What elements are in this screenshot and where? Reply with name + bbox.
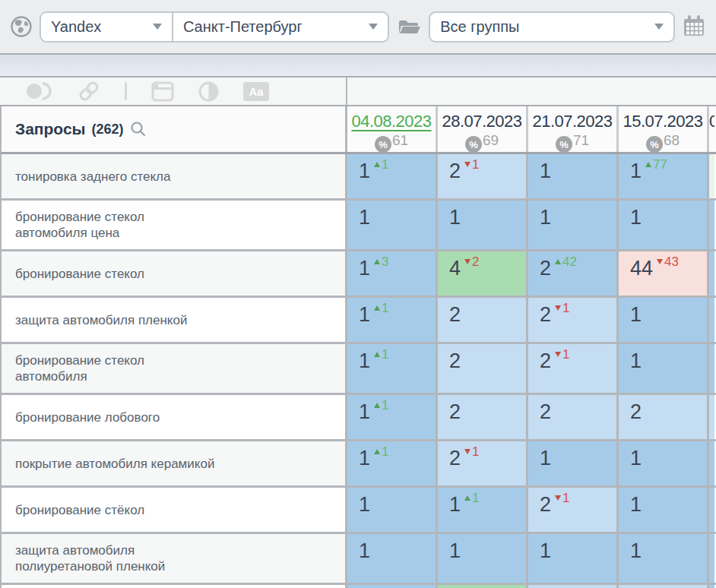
chevron-down-icon	[153, 24, 162, 30]
position-cell[interactable]: 1	[528, 201, 619, 249]
position-cell[interactable]	[438, 585, 528, 588]
window-icon[interactable]	[151, 81, 174, 102]
date-label: 15.07.2023	[623, 112, 702, 131]
position-cell[interactable]	[709, 298, 714, 342]
percent-icon: %	[465, 136, 482, 153]
position-cell[interactable]: 21	[528, 298, 619, 342]
date-column-header[interactable]: 15.07.2023%68	[619, 106, 709, 152]
triangle-down-icon	[657, 259, 663, 264]
keyword-label: бронирование лобового	[15, 409, 160, 425]
position-cell[interactable]: 1	[438, 201, 528, 249]
search-engine-select[interactable]: Yandex	[41, 13, 173, 41]
position-value: 1	[359, 349, 370, 372]
position-cell[interactable]: 1	[438, 534, 528, 583]
change-value: 3	[382, 255, 388, 268]
calendar-icon[interactable]	[683, 13, 705, 40]
position-change: 1	[374, 302, 388, 315]
link-icon[interactable]	[78, 80, 100, 103]
keyword-label: бронирование стекол	[15, 266, 144, 282]
position-cell[interactable]: 2	[438, 344, 528, 393]
position-value: 1	[359, 303, 370, 326]
position-change: 1	[464, 445, 479, 458]
position-cell[interactable]: 21	[528, 488, 619, 532]
visibility-value: 61	[392, 132, 408, 149]
position-cell[interactable]	[709, 534, 714, 583]
keyword-cell[interactable]: тонировка заднего стекла	[2, 154, 347, 198]
position-cell[interactable]	[528, 585, 619, 588]
keyword-cell[interactable]: бронирование стекол	[2, 251, 347, 296]
keyword-cell[interactable]: бронирование стёкол	[2, 488, 347, 532]
position-cell[interactable]: 2	[438, 395, 528, 439]
keyword-cell[interactable]: защита автомобиля пленкой	[2, 298, 347, 342]
region-select[interactable]: Санкт-Петербург	[173, 13, 388, 41]
date-column-header[interactable]: 04.08.2023%61	[347, 106, 438, 152]
position-value: 2	[449, 400, 461, 423]
triangle-up-icon	[374, 259, 380, 264]
position-cell[interactable]: 11	[347, 298, 438, 342]
toolbar-divider	[125, 82, 127, 100]
keyword-cell[interactable]	[2, 585, 347, 588]
date-column-header[interactable]: 21.07.2023%71	[528, 106, 619, 152]
keyword-label: защита автомобиля пленкой	[15, 312, 187, 328]
position-cell[interactable]	[709, 488, 714, 532]
search-icon[interactable]	[130, 121, 147, 138]
position-cell[interactable]	[709, 441, 714, 485]
groups-select[interactable]: Все группы	[429, 11, 675, 43]
position-cell[interactable]: 11	[438, 488, 528, 532]
position-cell[interactable]: 2	[528, 395, 619, 439]
position-cell[interactable]: 1	[528, 441, 619, 485]
position-cell[interactable]: 1	[347, 534, 438, 583]
keyword-cell[interactable]: покрытие автомобиля керамикой	[2, 441, 347, 485]
position-cell[interactable]: 42	[438, 251, 528, 296]
change-value: 2	[472, 255, 479, 268]
position-cell[interactable]: 1	[619, 344, 709, 393]
position-cell[interactable]: 1	[528, 154, 619, 198]
position-cell[interactable]: 11	[347, 344, 438, 393]
date-column-header[interactable]: 28.07.2023%69	[438, 106, 528, 152]
position-cell[interactable]	[709, 251, 714, 296]
position-cell[interactable]: 177	[619, 154, 709, 198]
position-cell[interactable]: 1	[528, 534, 619, 583]
table-row: покрытие автомобиля керамикой112111	[0, 441, 716, 488]
position-cell[interactable]	[347, 585, 438, 588]
position-cell[interactable]: 13	[347, 251, 438, 296]
position-cell[interactable]: 21	[528, 344, 619, 393]
position-cell[interactable]: 11	[347, 395, 438, 439]
position-cell[interactable]	[709, 585, 714, 588]
position-cell[interactable]	[709, 154, 714, 198]
position-cell[interactable]: 1	[619, 298, 709, 342]
position-cell[interactable]	[709, 344, 714, 393]
position-cell[interactable]: 242	[528, 251, 619, 296]
date-column-header[interactable]: 0	[709, 106, 714, 152]
position-change: 1	[555, 348, 569, 361]
position-cell[interactable]: 21	[438, 441, 528, 485]
position-cell[interactable]: 11	[347, 441, 438, 485]
folder-icon[interactable]	[397, 16, 421, 37]
position-cell[interactable]: 2	[438, 298, 528, 342]
position-cell[interactable]: 1	[619, 441, 709, 485]
position-cell[interactable]: 11	[347, 154, 438, 198]
position-cell[interactable]: 21	[438, 154, 528, 198]
position-cell[interactable]: 1	[619, 201, 709, 249]
position-cell[interactable]: 4443	[619, 251, 709, 296]
keyword-cell[interactable]: бронирование лобового	[2, 395, 347, 439]
font-case-icon[interactable]: Aa	[243, 82, 269, 101]
theme-toggle-icon[interactable]	[26, 81, 53, 101]
contrast-icon[interactable]	[198, 81, 219, 102]
position-cell[interactable]: 2	[619, 395, 709, 439]
keyword-cell[interactable]: защита автомобиля полиуретановой пленкой	[2, 534, 347, 583]
position-cell[interactable]	[619, 585, 709, 588]
position-cell[interactable]: 1	[619, 488, 709, 532]
table-row: бронирование стекол автомобиля112211	[0, 344, 716, 395]
position-cell[interactable]: 1	[619, 534, 709, 583]
keyword-cell[interactable]: бронирование стекол автомобиля цена	[2, 201, 347, 249]
triangle-up-icon	[464, 495, 470, 501]
position-value: 1	[630, 539, 642, 562]
position-cell[interactable]	[709, 201, 714, 249]
keyword-cell[interactable]: бронирование стекол автомобиля	[2, 344, 347, 393]
position-cell[interactable]: 1	[347, 488, 438, 532]
search-engine-region-control: Yandex Санкт-Петербург	[40, 11, 389, 43]
keyword-label: бронирование стекол автомобиля	[15, 352, 144, 384]
position-cell[interactable]	[709, 395, 714, 439]
position-cell[interactable]: 1	[347, 201, 438, 249]
